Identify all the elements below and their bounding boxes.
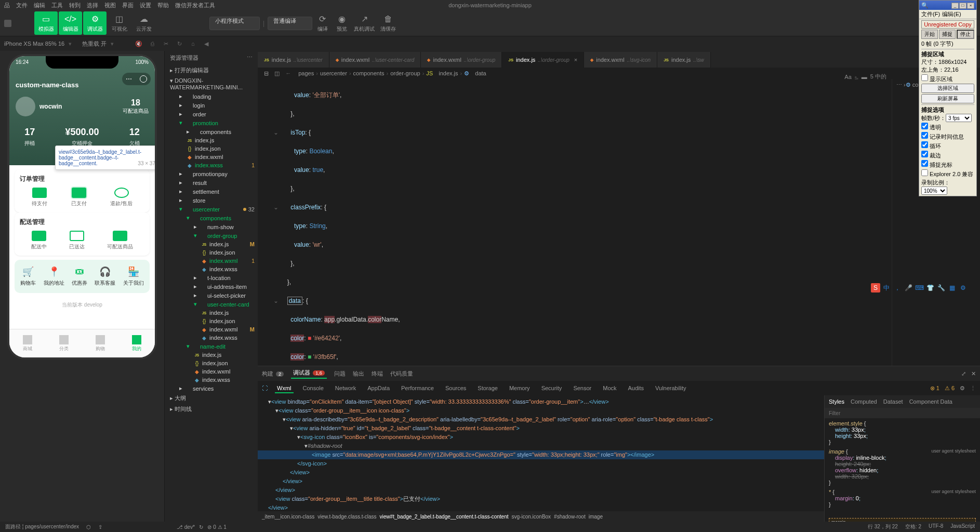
- devtools-tab-storage[interactable]: Storage: [475, 385, 500, 391]
- capture-menu-file[interactable]: 文件(F): [921, 10, 940, 18]
- cut-icon[interactable]: ✂: [162, 39, 170, 48]
- tree-item-login[interactable]: ▸ login: [165, 101, 258, 110]
- tree-item-index-wxml[interactable]: index.wxml1: [165, 257, 258, 265]
- tree-item-index-js[interactable]: index.js: [165, 309, 258, 317]
- tree-item-index-wxss[interactable]: index.wxss: [165, 265, 258, 273]
- ime-logo-icon[interactable]: S: [871, 283, 880, 292]
- status-spaces[interactable]: 空格: 2: [905, 523, 921, 530]
- status-encoding[interactable]: UTF-8: [929, 523, 943, 530]
- error-count[interactable]: ⊗ 1: [930, 385, 939, 392]
- back-icon[interactable]: ◀: [202, 39, 210, 48]
- build-tab[interactable]: 构建 2: [262, 370, 284, 378]
- bc-toggle-icon[interactable]: ⊟: [264, 70, 269, 77]
- quality-tab[interactable]: 代码质量: [390, 370, 413, 378]
- link-address[interactable]: 📍我的地址: [44, 266, 64, 287]
- visualize-button[interactable]: ◫可视化: [108, 11, 131, 35]
- capture-titlebar[interactable]: 🔍 _□×: [919, 1, 976, 10]
- tree-item-usercenter[interactable]: ▾ usercenter32: [165, 205, 258, 214]
- devtools-tab-console[interactable]: Console: [301, 385, 326, 391]
- tree-item-components[interactable]: ▸ components: [165, 127, 258, 136]
- btn-refresh[interactable]: 刷新屏幕: [921, 94, 974, 103]
- devtools-tab-memory[interactable]: Memory: [507, 385, 532, 391]
- link-support[interactable]: 🎧联系客服: [95, 266, 115, 287]
- tree-item-index-js[interactable]: index.js: [165, 351, 258, 359]
- mode-select[interactable]: 小程序模式: [209, 17, 260, 30]
- wxml-tree[interactable]: ▾<view bindtap="onClickItem" data-item="…: [258, 395, 824, 511]
- explorer-more-icon[interactable]: ⋯: [247, 54, 253, 62]
- tree-item-index-wxss[interactable]: index.wxss1: [165, 161, 258, 169]
- tree-item-order[interactable]: ▸ order: [165, 110, 258, 118]
- status-path[interactable]: 面路径 ¦ pages/usercenter/index: [5, 523, 79, 530]
- status-lncol[interactable]: 行 32，列 22: [868, 523, 898, 530]
- styles-tab-computed[interactable]: Computed: [851, 398, 877, 405]
- preview-button[interactable]: ◉预览: [333, 11, 351, 35]
- chk-crop[interactable]: [921, 151, 928, 157]
- btn-start[interactable]: 开始: [921, 30, 938, 39]
- tabbar-category[interactable]: 分类: [59, 335, 69, 352]
- real-debug-button[interactable]: ↗真机调试: [352, 11, 377, 35]
- chk-loop[interactable]: [921, 141, 928, 148]
- link-coupon[interactable]: 🎟优惠券: [72, 266, 87, 287]
- tree-item-components[interactable]: ▾ components: [165, 214, 258, 222]
- menu-tools[interactable]: 工具: [51, 2, 63, 9]
- capture-menu-edit[interactable]: 编辑(E): [942, 10, 961, 18]
- styles-tab-component[interactable]: Component Data: [909, 398, 952, 405]
- editor-tab-index.js-usercenter[interactable]: JS index.js ..\usercenter: [258, 52, 329, 68]
- tree-item-index-json[interactable]: index.json: [165, 317, 258, 325]
- tree-item-t-location[interactable]: ▸ t-location: [165, 273, 258, 282]
- ime-tool-icon[interactable]: 🔧: [936, 283, 946, 292]
- terminal-tab[interactable]: 终端: [372, 370, 383, 378]
- tree-item-result[interactable]: ▸ result: [165, 178, 258, 187]
- tree-item-num-show[interactable]: ▸ num-show: [165, 222, 258, 231]
- styles-tab-dataset[interactable]: Dataset: [883, 398, 903, 405]
- cloud-dev-button[interactable]: ☁云开发: [132, 11, 155, 35]
- menu-wechat[interactable]: 微信开发者工具: [175, 2, 215, 9]
- status-branch[interactable]: ⎇ dev* ↻ ⊘ 0 ⚠ 1: [177, 524, 227, 530]
- link-about[interactable]: 🏪关于我们: [123, 266, 144, 287]
- tabbar-cart[interactable]: 购物: [96, 335, 105, 352]
- editor-tab-index.wxml-order-group[interactable]: ◆ index.wxml ..\order-group: [421, 52, 502, 68]
- editor-tab-index.wxml-svg-icon[interactable]: ◆ index.wxml ..\svg-icon: [584, 52, 657, 68]
- delivery-item-available[interactable]: 可配送商品: [107, 231, 133, 250]
- menu-edit[interactable]: 编辑: [34, 2, 45, 9]
- capsule-button[interactable]: ⋯: [122, 73, 151, 85]
- tree-item-index-wxml[interactable]: index.wxml: [165, 367, 258, 376]
- timeline-section[interactable]: ▸ 时间线: [165, 404, 258, 415]
- editor-button[interactable]: </>编辑器: [59, 11, 82, 35]
- ime-skin-icon[interactable]: 👕: [925, 283, 935, 292]
- devtools-tab-network[interactable]: Network: [333, 385, 358, 391]
- tree-item-index-json[interactable]: index.json: [165, 248, 258, 257]
- chk-explorer2[interactable]: [921, 169, 928, 176]
- tree-item-store[interactable]: ▸ store: [165, 196, 258, 205]
- ime-toolbar[interactable]: S 中 ， 🎤 ⌨ 👕 🔧 ▦ ⚙: [871, 283, 968, 293]
- debugger-tab[interactable]: 调试器 1,6: [291, 369, 327, 379]
- tree-item-index-wxml[interactable]: index.wxml: [165, 153, 258, 161]
- devtools-tab-vulnerability[interactable]: Vulnerability: [653, 385, 688, 391]
- tree-item-index-wxml[interactable]: index.wxmlM: [165, 325, 258, 334]
- chk-show-region[interactable]: [921, 74, 928, 81]
- maximize-icon[interactable]: □: [959, 3, 966, 9]
- devtools-tab-appdata[interactable]: AppData: [365, 385, 392, 391]
- tree-item-index-js[interactable]: index.js: [165, 136, 258, 144]
- menu-settings[interactable]: 设置: [140, 2, 151, 9]
- ime-punct-icon[interactable]: ，: [893, 283, 902, 292]
- tree-item-ui-select-picker[interactable]: ▸ ui-select-picker: [165, 291, 258, 300]
- delivery-item-shipping[interactable]: 配送中: [31, 231, 47, 250]
- chk-timecode[interactable]: [921, 132, 928, 139]
- tree-item-ui-address-item[interactable]: ▸ ui-address-item: [165, 282, 258, 291]
- tree-item-loading[interactable]: ▸ loading: [165, 92, 258, 101]
- home-icon[interactable]: ⌂: [189, 39, 197, 48]
- tree-item-index-json[interactable]: index.json: [165, 144, 258, 153]
- editor-tab-index.wxml-user-center-card[interactable]: ◆ index.wxml ..\user-center-card: [329, 52, 421, 68]
- code-editor[interactable]: value: '全部订单', }, ⌄ isTop: { type: Boole…: [258, 79, 892, 366]
- output-tab[interactable]: 输出: [353, 370, 364, 378]
- inspect-element-icon[interactable]: ⛶: [262, 385, 268, 391]
- menu-interface[interactable]: 界面: [122, 2, 134, 9]
- devtools-tab-mock[interactable]: Mock: [601, 385, 618, 391]
- clear-cache-button[interactable]: 🗑清缓存: [378, 11, 399, 35]
- outline-section[interactable]: ▸ 大纲: [165, 393, 258, 404]
- tree-item-user-center-card[interactable]: ▾ user-center-card: [165, 300, 258, 309]
- delivery-item-delivered[interactable]: 已送达: [69, 231, 85, 250]
- menu-select[interactable]: 选择: [87, 2, 98, 9]
- tree-item-order-group[interactable]: ▾ order-group: [165, 231, 258, 240]
